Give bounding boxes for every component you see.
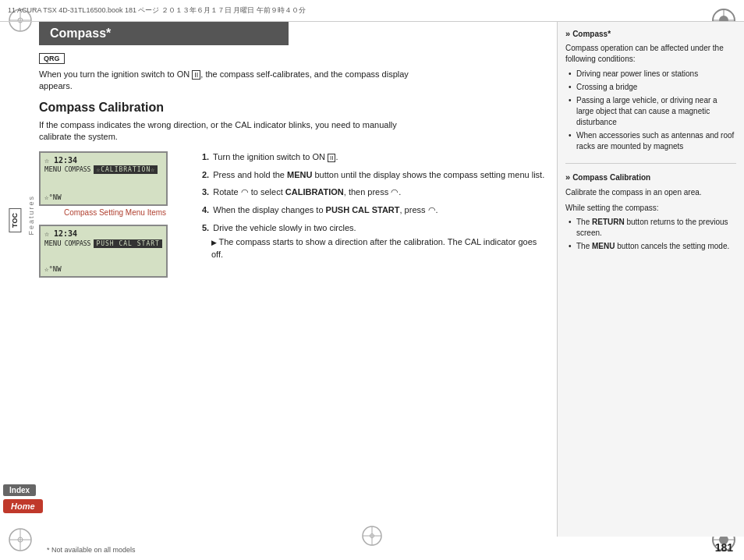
qrg-badge: QRG: [39, 53, 65, 64]
sidebar-bullet-2: Crossing a bridge: [569, 82, 736, 93]
steps-area: 1. Turn the ignition switch to ON II. 2.…: [200, 151, 549, 278]
intro-text: When you turn the ignition switch to ON …: [39, 69, 421, 93]
sidebar-cal-bullet-1: The RETURN button returns to the previou…: [569, 217, 736, 239]
lcd-screens-area: ☆ 12:34 MENU COMPASS ☆CALIBRATION☆ ☆°NW …: [39, 151, 191, 278]
step-3: 3. Rotate ◠ to select CALIBRATION, then …: [200, 186, 549, 199]
main-content: Compass* QRG When you turn the ignition …: [39, 22, 549, 537]
sidebar-cal-bullet-2: The MENU button cancels the setting mode…: [569, 241, 736, 252]
lcd2-highlight: PUSH CAL START: [94, 239, 161, 248]
lcd2-compass: COMPASS: [65, 240, 91, 247]
lcd2-menu: MENU: [44, 239, 62, 247]
lcd-screen-1: ☆ 12:34 MENU COMPASS ☆CALIBRATION☆ ☆°NW: [39, 151, 168, 206]
right-sidebar: Compass* Compass operation can be affect…: [557, 22, 744, 537]
corner-decoration-bl: [6, 526, 34, 554]
page-number: 181: [715, 541, 733, 554]
sidebar-compass-title: Compass*: [565, 28, 736, 40]
lcd2-nw: ☆°NW: [44, 265, 62, 273]
two-column-area: ☆ 12:34 MENU COMPASS ☆CALIBRATION☆ ☆°NW …: [39, 151, 549, 278]
steps-list: 1. Turn the ignition switch to ON II. 2.…: [200, 151, 549, 262]
lcd1-menu: MENU: [44, 165, 62, 173]
lcd1-nw: ☆°NW: [44, 193, 62, 201]
top-metadata-bar: 11 ACURA TSX 4D-31TL16500.book 181 ページ ２…: [0, 0, 744, 22]
index-button[interactable]: Index: [3, 484, 36, 496]
step-5: 5. Drive the vehicle slowly in two circl…: [200, 222, 549, 261]
section-intro: If the compass indicates the wrong direc…: [39, 119, 421, 144]
lcd1-time: ☆ 12:34: [44, 156, 162, 165]
lcd1-row: MENU COMPASS ☆CALIBRATION☆: [44, 165, 162, 174]
lcd2-time: ☆ 12:34: [44, 229, 162, 238]
step-4: 4. When the display changes to PUSH CAL …: [200, 204, 549, 217]
sidebar-calibration-section: Compass Calibration Calibrate the compas…: [565, 172, 736, 251]
step-5-sub: The compass starts to show a direction a…: [202, 236, 549, 261]
sidebar-bullet-4: When accessories such as antennas and ro…: [569, 130, 736, 152]
lcd-screen-2: ☆ 12:34 MENU COMPASS PUSH CAL START ☆°NW: [39, 225, 168, 278]
bottom-left-buttons: Index Home: [3, 484, 43, 513]
sidebar-calibration-bullets: The RETURN button returns to the previou…: [565, 217, 736, 252]
sidebar-calibration-intro: Calibrate the compass in an open area.: [565, 187, 736, 198]
step-2: 2. Press and hold the MENU button until …: [200, 169, 549, 182]
toc-badge[interactable]: TOC: [9, 208, 21, 232]
sidebar-bullet-1: Driving near power lines or stations: [569, 69, 736, 80]
top-metadata-text: 11 ACURA TSX 4D-31TL16500.book 181 ページ ２…: [8, 5, 306, 16]
step-1: 1. Turn the ignition switch to ON II.: [200, 151, 549, 164]
page-title: Compass*: [39, 22, 289, 45]
sidebar-compass-bullets: Driving near power lines or stations Cro…: [565, 69, 736, 152]
left-margin-area: TOC Features: [3, 195, 35, 242]
lcd2-row: MENU COMPASS PUSH CAL START: [44, 239, 162, 248]
lcd1-highlight: ☆CALIBRATION☆: [94, 165, 158, 174]
sidebar-divider: [565, 163, 736, 164]
lcd1-compass: COMPASS: [65, 166, 91, 173]
sidebar-compass-intro: Compass operation can be affected under …: [565, 43, 736, 65]
lcd1-caption: Compass Setting Menu Items: [39, 208, 191, 217]
sidebar-bullet-3: Passing a large vehicle, or driving near…: [569, 95, 736, 128]
home-button[interactable]: Home: [3, 499, 43, 513]
section-heading: Compass Calibration: [39, 101, 549, 115]
sidebar-calibration-title: Compass Calibration: [565, 172, 736, 183]
sidebar-calibration-intro2: While setting the compass:: [565, 203, 736, 214]
features-label: Features: [27, 195, 35, 236]
footnote: * Not available on all models: [47, 546, 136, 554]
sidebar-compass-section: Compass* Compass operation can be affect…: [565, 28, 736, 152]
